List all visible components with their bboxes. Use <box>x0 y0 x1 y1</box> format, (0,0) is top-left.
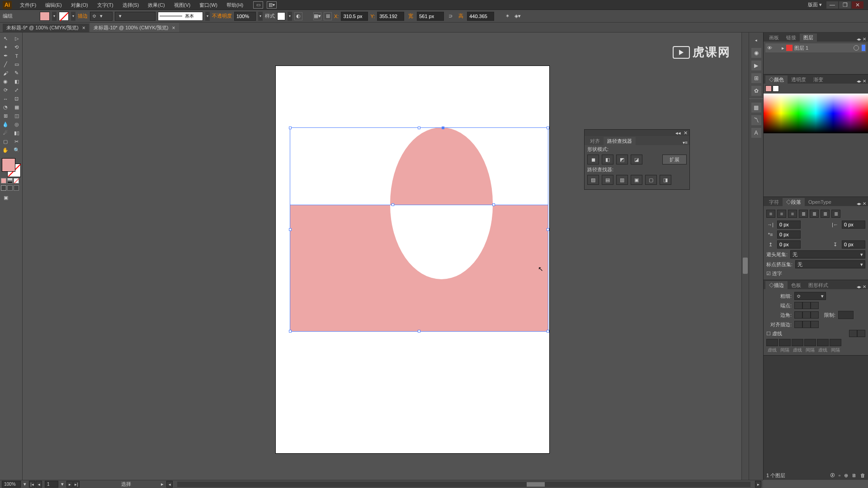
menu-type[interactable]: 文字(T) <box>93 0 118 10</box>
layers-tab[interactable]: 图层 <box>800 33 817 42</box>
type-tool[interactable]: T <box>11 52 23 60</box>
stroke-var-select[interactable]: ▾ <box>115 12 156 21</box>
fill-stroke-swatches[interactable] <box>0 157 22 177</box>
transform-anchor-icon[interactable]: ⊞ <box>324 12 332 20</box>
handle-bl[interactable] <box>289 330 292 333</box>
minus-back-button[interactable]: ◨ <box>660 175 671 185</box>
dock-expand-icon[interactable]: ◂ <box>751 35 761 45</box>
horizontal-scrollbar[interactable] <box>177 482 750 487</box>
align-stroke-center[interactable] <box>794 321 802 328</box>
draw-mode-2[interactable] <box>7 185 13 191</box>
dock-gradient-icon[interactable]: A <box>751 128 761 138</box>
magic-wand-tool[interactable]: ✦ <box>0 43 11 52</box>
menu-view[interactable]: 视图(V) <box>170 0 195 10</box>
handle-tc[interactable] <box>418 127 420 129</box>
menu-help[interactable]: 帮助(H) <box>222 0 248 10</box>
zoom-tool[interactable]: 🔍 <box>11 146 23 155</box>
window-close[interactable]: ✕ <box>852 1 863 9</box>
layer-1-row[interactable]: 👁 ▸ 图层 1 <box>765 43 866 52</box>
color-spectrum[interactable] <box>764 94 868 133</box>
fill-swatch[interactable] <box>40 12 50 21</box>
cap-butt[interactable] <box>794 302 802 309</box>
symbol-sprayer-tool[interactable]: ☄ <box>0 129 11 137</box>
new-sublayer-icon[interactable]: ⊕ <box>844 473 848 479</box>
color-tab[interactable]: ◇颜色 <box>765 75 788 84</box>
selection-bounding-box[interactable] <box>290 127 548 332</box>
layout-icon-2[interactable]: ▥▾ <box>267 1 277 9</box>
dock-brushes-icon[interactable]: ✿ <box>751 86 761 96</box>
hscroll-right[interactable]: ▸ <box>755 481 761 488</box>
outline-button[interactable]: ▢ <box>645 175 657 185</box>
target-icon[interactable] <box>854 45 859 51</box>
dock-color-icon[interactable]: ◉ <box>751 48 761 58</box>
status-menu-icon[interactable]: ▸ <box>161 481 164 487</box>
layer-name[interactable]: 图层 1 <box>794 45 808 52</box>
opentype-tab[interactable]: OpenType <box>805 198 835 206</box>
window-minimize[interactable]: — <box>826 1 838 9</box>
handle-ml[interactable] <box>289 228 292 231</box>
hyphen-select[interactable]: 无▾ <box>790 250 865 258</box>
make-clip-icon[interactable]: ▫ <box>839 473 840 478</box>
menu-object[interactable]: 对象(O) <box>66 0 93 10</box>
limit-field[interactable] <box>838 311 854 319</box>
graph-tool[interactable]: ▮▯ <box>11 129 23 137</box>
workspace-label[interactable]: 版面 ▾ <box>803 1 826 8</box>
slice-tool[interactable]: ✂ <box>11 137 23 146</box>
artboard-dropdown-icon[interactable]: ▾ <box>61 481 64 487</box>
paragraph-tab[interactable]: ◇段落 <box>783 198 805 206</box>
handle-bc[interactable] <box>418 330 420 333</box>
visibility-toggle[interactable]: 👁 <box>766 45 773 51</box>
trim-button[interactable]: ▤ <box>602 175 613 185</box>
locate-icon[interactable]: ⦿ <box>830 473 835 478</box>
draw-mode-1[interactable] <box>1 185 6 191</box>
document-tab-1[interactable]: 未标题-9* @ 100% (CMYK/预览) × <box>3 23 89 32</box>
anchor-1[interactable] <box>392 203 394 206</box>
anchor-2[interactable] <box>492 203 495 206</box>
gradient-fill-mode[interactable] <box>7 178 13 183</box>
stroke-tab[interactable]: ◇描边 <box>765 281 788 289</box>
dashed-checkbox[interactable]: ☐ 虚线 <box>766 330 782 337</box>
justify-all[interactable]: ≣ <box>831 210 840 218</box>
artboard-prev[interactable]: ◂ <box>36 481 42 488</box>
divide-button[interactable]: ▨ <box>587 175 599 185</box>
width-field[interactable]: 561 px <box>417 12 444 21</box>
stroke-dropdown[interactable]: ▾ <box>71 12 75 21</box>
swatches-tab[interactable]: 色板 <box>788 281 805 289</box>
scale-tool[interactable]: ⤢ <box>11 86 23 94</box>
direct-selection-tool[interactable]: ▷ <box>11 34 23 43</box>
align-tab[interactable]: 对齐 <box>586 137 604 145</box>
color-fg-swatch[interactable] <box>765 85 772 92</box>
opacity-label[interactable]: 不透明度 <box>212 13 232 19</box>
rectangle-tool[interactable]: ▭ <box>11 60 23 69</box>
transparency-tab[interactable]: 透明度 <box>788 75 810 84</box>
tab-close-icon[interactable]: × <box>82 25 85 31</box>
paintbrush-tool[interactable]: 🖌 <box>0 69 11 77</box>
artboard-tool[interactable]: ▢ <box>0 137 11 146</box>
gap-3[interactable] <box>830 339 841 346</box>
merge-button[interactable]: ▥ <box>616 175 628 185</box>
clip-icon[interactable]: ◈▾ <box>514 12 522 20</box>
recolor-icon[interactable]: ◐ <box>294 12 302 20</box>
menu-effect[interactable]: 效果(C) <box>143 0 169 10</box>
color-bg-swatch[interactable] <box>773 85 779 92</box>
align-left[interactable]: ≡ <box>766 210 775 218</box>
style-dropdown[interactable]: ▾ <box>288 12 292 21</box>
dock-colorguide-icon[interactable]: ▶ <box>751 61 761 70</box>
artboard-last[interactable]: ▸| <box>73 481 80 488</box>
cap-round[interactable] <box>802 302 811 309</box>
stroke-style-dropdown[interactable]: ▾ <box>205 12 210 21</box>
stroke-label[interactable]: 描边 <box>78 13 88 19</box>
align-right[interactable]: ≡ <box>788 210 797 218</box>
style-swatch[interactable] <box>277 12 285 20</box>
tab-close-icon[interactable]: × <box>172 25 175 31</box>
anchor-top[interactable] <box>442 127 444 129</box>
free-transform-tool[interactable]: ⊡ <box>11 94 23 103</box>
dash-2[interactable] <box>792 339 803 346</box>
link-wh-icon[interactable]: ⊃ <box>446 12 454 20</box>
corner-bevel[interactable] <box>811 311 819 319</box>
justify-right[interactable]: ≣ <box>821 210 830 218</box>
x-field[interactable]: 310.5 px <box>341 12 368 21</box>
stroke-weight-select[interactable]: ≎▾ <box>90 12 113 21</box>
handle-tl[interactable] <box>289 127 292 129</box>
menu-select[interactable]: 选择(S) <box>118 0 144 10</box>
